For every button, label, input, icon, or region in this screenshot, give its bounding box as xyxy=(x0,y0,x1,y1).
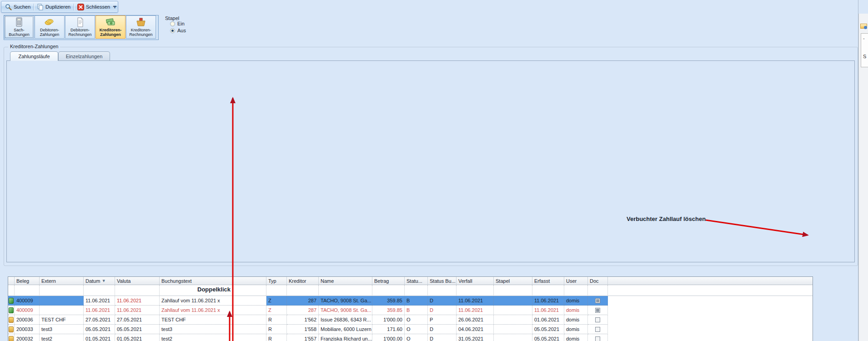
column-header-typ[interactable]: Typ xyxy=(266,277,287,285)
filter-row xyxy=(8,285,813,296)
cell: D xyxy=(428,296,457,306)
duplicate-button[interactable]: Duplizieren xyxy=(35,3,73,11)
cell xyxy=(494,306,532,315)
filter-cell[interactable] xyxy=(40,285,84,296)
row-icon-cell xyxy=(8,315,15,325)
cell: TEST CHF xyxy=(40,315,84,325)
search-button[interactable]: Suchen xyxy=(2,3,33,11)
column-header-erfasst[interactable]: Erfasst xyxy=(532,277,564,285)
payment-run-icon xyxy=(9,307,14,313)
filter-cell[interactable] xyxy=(564,285,588,296)
document-row[interactable]: 200033test305.05.202105.05.2021test3R1'5… xyxy=(8,325,608,334)
cell: 200036 xyxy=(15,315,40,325)
tab-einzelzahlungen[interactable]: Einzelzahlungen xyxy=(58,51,110,61)
cell: Zahllauf vom 11.06.2021 x xyxy=(160,306,266,315)
filter-cell[interactable] xyxy=(428,285,457,296)
column-header-stapel[interactable]: Stapel xyxy=(494,277,532,285)
filter-cell[interactable] xyxy=(532,285,564,296)
cell xyxy=(40,296,84,306)
module-button-label: Kreditoren-Zahlungen xyxy=(100,28,122,37)
filter-cell[interactable] xyxy=(372,285,405,296)
document-row[interactable]: 200036TEST CHF27.05.202127.05.2021TEST C… xyxy=(8,315,608,325)
column-header-user[interactable]: User xyxy=(564,277,588,285)
cell: 1'557 xyxy=(287,334,319,341)
coins-icon xyxy=(44,17,55,28)
filter-cell[interactable] xyxy=(405,285,428,296)
doc-checkbox xyxy=(595,336,600,341)
stapel-ein-radio[interactable]: Ein xyxy=(170,21,185,26)
column-header-verfall[interactable]: Verfall xyxy=(457,277,494,285)
module-button-label: Kreditoren-Rechnungen xyxy=(129,28,152,37)
filter-cell[interactable] xyxy=(84,285,115,296)
cell: R xyxy=(266,325,287,334)
column-header-kreditor[interactable]: Kreditor xyxy=(287,277,319,285)
column-header-statu[interactable]: Statu... xyxy=(405,277,428,285)
cell: R xyxy=(266,334,287,341)
close-button[interactable]: Schliessen xyxy=(75,3,113,11)
cell: 11.06.2021 xyxy=(532,306,564,315)
tab-page xyxy=(6,60,855,262)
module-button-debitorenzahlungen[interactable]: Debitoren-Zahlungen xyxy=(35,15,65,39)
doc-checkbox xyxy=(595,308,600,313)
cell: domis xyxy=(564,296,588,306)
module-button-kreditorenzahlungen[interactable]: Kreditoren-Zahlungen xyxy=(95,15,125,39)
close-label: Schliessen xyxy=(86,4,110,10)
cell: TACHO, 9008 St. Ga... xyxy=(319,306,372,315)
filter-cell[interactable] xyxy=(115,285,160,296)
cell: 27.05.2021 xyxy=(115,315,160,325)
filter-cell[interactable] xyxy=(457,285,494,296)
cell: 359.85 xyxy=(372,306,405,315)
side-panel-tab[interactable]: - S xyxy=(861,33,868,67)
cell: domis xyxy=(564,306,588,315)
module-button-kreditorenrechnungen[interactable]: Kreditoren-Rechnungen xyxy=(126,15,156,39)
document-row[interactable]: 40000911.06.202111.06.2021Zahllauf vom 1… xyxy=(8,306,608,315)
column-header-beleg[interactable]: Beleg xyxy=(15,277,40,285)
filter-filler xyxy=(608,285,813,296)
filter-cell[interactable] xyxy=(287,285,319,296)
row-icon-cell xyxy=(8,334,15,341)
cell: domis xyxy=(564,325,588,334)
toolbar-separator xyxy=(34,4,34,10)
docked-side-panel[interactable]: - S xyxy=(858,14,868,341)
mail-icon xyxy=(860,24,867,29)
cell: 26.06.2021 xyxy=(457,315,494,325)
banknotes-icon xyxy=(105,17,116,28)
module-button-label: Debitoren-Zahlungen xyxy=(40,28,60,37)
filter-cell[interactable] xyxy=(15,285,40,296)
cell: 11.06.2021 xyxy=(457,306,494,315)
groupbox-title: Kreditoren-Zahlungen xyxy=(8,44,60,49)
toolbar-overflow-button[interactable]: ▬▾ xyxy=(113,3,117,11)
filter-cell[interactable] xyxy=(319,285,372,296)
filter-cell[interactable] xyxy=(266,285,287,296)
column-header-betrag[interactable]: Betrag xyxy=(372,277,405,285)
radio-icon xyxy=(170,21,175,26)
cell: 04.06.2021 xyxy=(457,325,494,334)
filter-cell[interactable] xyxy=(8,285,15,296)
stapel-aus-radio[interactable]: Aus xyxy=(170,28,186,33)
cell: TACHO, 9008 St. Ga... xyxy=(319,296,372,306)
column-header-buchungstext[interactable]: Buchungstext xyxy=(160,277,266,285)
module-button-debitorenrechnungen[interactable]: Debitoren-Rechnungen xyxy=(65,15,95,39)
cell: 11.06.2021 xyxy=(457,296,494,306)
cell: 11.06.2021 xyxy=(532,296,564,306)
tab-zahlungslaeufe[interactable]: Zahlungsläufe xyxy=(10,51,58,61)
cell: 11.06.2021 xyxy=(84,296,115,306)
module-button-label: Debitoren-Rechnungen xyxy=(68,28,91,37)
module-button-sachbuchungen[interactable]: Sach-Buchungen xyxy=(4,15,34,39)
document-row[interactable]: 200032test201.05.202101.05.2021test2R1'5… xyxy=(8,334,608,341)
cell: B xyxy=(405,306,428,315)
filter-cell[interactable] xyxy=(494,285,532,296)
column-header-valuta[interactable]: Valuta xyxy=(115,277,160,285)
column-header-icon[interactable] xyxy=(8,277,15,285)
column-header-doc[interactable]: Doc xyxy=(588,277,608,285)
filter-cell[interactable] xyxy=(588,285,608,296)
doc-checkbox xyxy=(595,298,600,303)
search-icon xyxy=(5,4,12,10)
column-header-statusbu[interactable]: Status Bu... xyxy=(428,277,457,285)
column-header-name[interactable]: Name xyxy=(319,277,372,285)
document-row[interactable]: 40000911.06.202111.06.2021Zahllauf vom 1… xyxy=(8,296,608,306)
cell: 200033 xyxy=(15,325,40,334)
column-header-datum[interactable]: Datum▼ xyxy=(84,277,115,285)
basket-icon xyxy=(135,17,147,28)
column-header-extern[interactable]: Extern xyxy=(40,277,84,285)
